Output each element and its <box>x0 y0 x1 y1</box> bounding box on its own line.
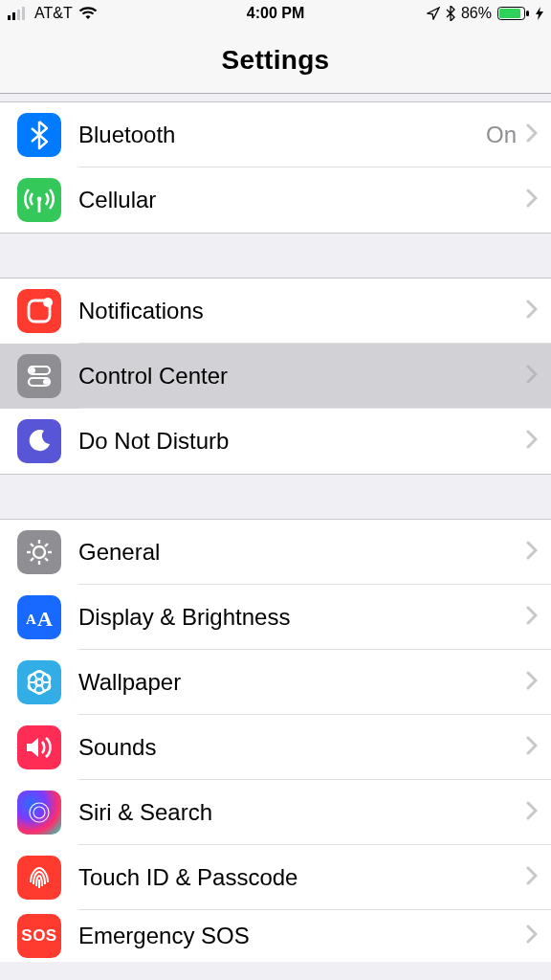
row-label: Sounds <box>78 734 526 761</box>
svg-line-22 <box>45 544 48 546</box>
general-icon <box>17 530 61 574</box>
svg-point-15 <box>33 546 45 558</box>
chevron-right-icon <box>526 866 538 889</box>
chevron-right-icon <box>526 671 538 694</box>
settings-group-general: General A A Display & Brightness <box>0 519 551 962</box>
settings-group-network: Bluetooth On Cellular <box>0 101 551 234</box>
navbar: Settings <box>0 27 551 94</box>
svg-text:A: A <box>26 612 36 627</box>
control-center-icon <box>17 354 61 398</box>
emergency-sos-icon: SOS <box>17 914 61 958</box>
row-sounds[interactable]: Sounds <box>0 715 551 780</box>
status-bar: AT&T 4:00 PM 86% <box>0 0 551 27</box>
row-display-brightness[interactable]: A A Display & Brightness <box>0 585 551 650</box>
display-brightness-icon: A A <box>17 595 61 639</box>
row-value: On <box>486 122 517 148</box>
page-title: Settings <box>222 45 330 76</box>
svg-point-34 <box>30 803 49 822</box>
settings-group-notifications: Notifications Control Center Do Not Dist… <box>0 278 551 475</box>
svg-point-27 <box>36 679 42 685</box>
status-time: 4:00 PM <box>0 5 551 22</box>
row-siri-search[interactable]: Siri & Search <box>0 780 551 845</box>
sounds-icon <box>17 725 61 769</box>
chevron-right-icon <box>526 365 538 388</box>
chevron-right-icon <box>526 430 538 453</box>
row-general[interactable]: General <box>0 520 551 585</box>
chevron-right-icon <box>526 300 538 323</box>
notifications-icon <box>17 289 61 333</box>
svg-point-12 <box>30 368 35 373</box>
chevron-right-icon <box>526 924 538 947</box>
svg-rect-8 <box>38 199 41 212</box>
cellular-icon <box>17 178 61 222</box>
row-touch-id-passcode[interactable]: Touch ID & Passcode <box>0 845 551 910</box>
row-label: Display & Brightness <box>78 604 526 631</box>
row-cellular[interactable]: Cellular <box>0 167 551 233</box>
svg-point-14 <box>43 379 49 385</box>
svg-point-10 <box>43 298 53 307</box>
row-label: Control Center <box>78 363 526 390</box>
bluetooth-icon <box>17 113 61 157</box>
chevron-right-icon <box>526 189 538 212</box>
row-label: Siri & Search <box>78 799 526 826</box>
row-label: Emergency SOS <box>78 923 526 949</box>
wallpaper-icon <box>17 660 61 704</box>
row-emergency-sos[interactable]: SOS Emergency SOS <box>0 910 551 962</box>
chevron-right-icon <box>526 736 538 759</box>
row-label: Do Not Disturb <box>78 428 526 455</box>
svg-line-23 <box>31 558 33 561</box>
row-label: Cellular <box>78 187 526 213</box>
row-label: General <box>78 539 526 566</box>
touch-id-icon <box>17 856 61 900</box>
row-wallpaper[interactable]: Wallpaper <box>0 650 551 715</box>
row-label: Notifications <box>78 298 526 324</box>
do-not-disturb-icon <box>17 419 61 463</box>
row-bluetooth[interactable]: Bluetooth On <box>0 102 551 167</box>
siri-icon <box>17 791 61 835</box>
svg-text:A: A <box>37 607 53 631</box>
row-label: Bluetooth <box>78 122 486 148</box>
sos-text: SOS <box>21 926 56 946</box>
row-do-not-disturb[interactable]: Do Not Disturb <box>0 409 551 474</box>
chevron-right-icon <box>526 606 538 629</box>
row-label: Touch ID & Passcode <box>78 864 526 891</box>
chevron-right-icon <box>526 123 538 146</box>
row-label: Wallpaper <box>78 669 526 696</box>
row-notifications[interactable]: Notifications <box>0 278 551 344</box>
svg-line-20 <box>31 544 33 546</box>
svg-line-21 <box>45 558 48 561</box>
chevron-right-icon <box>526 541 538 564</box>
chevron-right-icon <box>526 801 538 824</box>
row-control-center[interactable]: Control Center <box>0 344 551 409</box>
svg-point-35 <box>33 807 45 818</box>
